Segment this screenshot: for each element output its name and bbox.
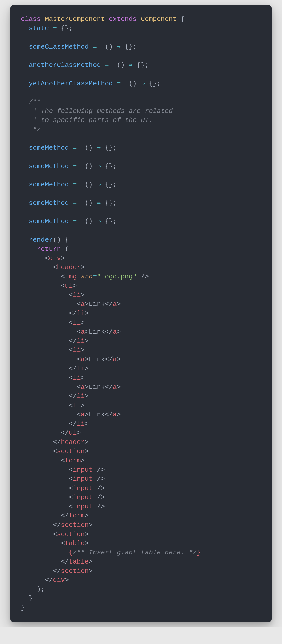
jsx-tag-section: section — [61, 521, 89, 529]
jsx-tag-ul: ul — [69, 429, 77, 437]
jsx-bracket: </ — [69, 392, 77, 400]
jsx-tag-section: section — [57, 448, 85, 455]
method-name: someMethod — [29, 144, 69, 152]
method-name: someMethod — [29, 163, 69, 170]
body: {}; — [101, 199, 117, 207]
jsx-bracket: </ — [45, 576, 53, 584]
paren: () — [81, 199, 97, 207]
jsx-tag-a: a — [81, 356, 85, 363]
jsx-tag-a: a — [113, 328, 117, 336]
jsx-tag-section: section — [57, 531, 85, 538]
jsx-bracket: < — [53, 264, 57, 271]
paren: () — [81, 163, 97, 170]
arrow: ⇒ — [117, 43, 121, 51]
paren: () — [81, 144, 97, 152]
jsx-bracket: /> — [97, 485, 105, 492]
jsx-bracket: </ — [69, 337, 77, 345]
jsx-brace: } — [197, 549, 201, 556]
jsx-tag-input: input — [73, 503, 93, 510]
method-name: someMethod — [29, 218, 69, 225]
jsx-bracket: </ — [105, 356, 113, 363]
jsx-bracket: < — [61, 282, 65, 290]
comment: * to specific parts of the UI. — [29, 116, 153, 124]
jsx-bracket: < — [53, 448, 57, 455]
jsx-tag-img: img — [65, 273, 77, 280]
jsx-text: Link — [89, 300, 105, 308]
eq: = — [89, 43, 101, 51]
attr-val: "logo.png" — [97, 273, 137, 280]
jsx-text: Link — [89, 411, 105, 418]
jsx-bracket: </ — [105, 328, 113, 336]
jsx-tag-li: li — [73, 374, 81, 382]
body: {}; — [101, 144, 117, 152]
paren: ( — [61, 245, 69, 253]
paren-close: ); — [37, 586, 45, 593]
jsx-tag-a: a — [113, 383, 117, 391]
jsx-bracket: </ — [69, 420, 77, 428]
jsx-bracket: < — [61, 273, 65, 280]
body: {}; — [101, 181, 117, 188]
class-name: MasterComponent — [45, 15, 105, 23]
jsx-bracket: < — [69, 291, 73, 299]
paren: () — [81, 181, 97, 188]
jsx-bracket: < — [69, 475, 73, 483]
jsx-tag-form: form — [69, 512, 85, 519]
attr-eq: = — [93, 273, 97, 280]
jsx-tag-a: a — [81, 328, 85, 336]
jsx-bracket: < — [77, 328, 81, 336]
jsx-bracket: < — [69, 346, 73, 354]
jsx-tag-a: a — [81, 300, 85, 308]
jsx-bracket: < — [77, 411, 81, 418]
jsx-text: Link — [89, 328, 105, 336]
code-block: class MasterComponent extends Component … — [10, 5, 272, 622]
arrow: ⇒ — [97, 144, 101, 152]
jsx-bracket: </ — [105, 300, 113, 308]
jsx-tag-a: a — [113, 356, 117, 363]
paren: () — [113, 61, 129, 69]
jsx-bracket: > — [85, 411, 89, 418]
method-render: render — [29, 236, 53, 244]
jsx-tag-ul: ul — [65, 282, 73, 290]
brace: { — [177, 15, 185, 23]
jsx-bracket: </ — [105, 383, 113, 391]
jsx-bracket: > — [85, 310, 89, 317]
jsx-comment: /** Insert giant table here. */ — [73, 549, 197, 556]
arrow: ⇒ — [97, 218, 101, 225]
jsx-brace: { — [69, 549, 73, 556]
body: {}; — [133, 61, 149, 69]
jsx-bracket: > — [73, 282, 77, 290]
jsx-bracket: > — [65, 576, 69, 584]
eq: = — [113, 80, 125, 87]
jsx-bracket: > — [117, 300, 121, 308]
empty-obj: {}; — [61, 25, 73, 32]
jsx-bracket: < — [69, 503, 73, 510]
brace-close: } — [21, 604, 25, 612]
jsx-bracket: < — [69, 374, 73, 382]
jsx-tag-section: section — [61, 567, 89, 575]
eq: = — [69, 163, 81, 170]
jsx-tag-li: li — [77, 420, 85, 428]
jsx-bracket: </ — [69, 310, 77, 317]
jsx-bracket: > — [81, 402, 85, 409]
jsx-tag-li: li — [77, 365, 85, 372]
jsx-bracket: > — [89, 521, 93, 529]
jsx-bracket: > — [117, 383, 121, 391]
body: {}; — [101, 218, 117, 225]
kw-extends: extends — [109, 15, 137, 23]
jsx-tag-div: div — [53, 576, 65, 584]
jsx-tag-table: table — [65, 540, 85, 547]
jsx-bracket: > — [85, 392, 89, 400]
eq: = — [101, 61, 113, 69]
jsx-tag-li: li — [73, 402, 81, 409]
jsx-bracket: </ — [61, 512, 69, 519]
jsx-bracket: > — [85, 448, 89, 455]
eq: = — [69, 199, 81, 207]
paren: () — [81, 218, 97, 225]
jsx-bracket: > — [85, 540, 89, 547]
jsx-bracket: </ — [61, 429, 69, 437]
eq: = — [69, 218, 81, 225]
jsx-bracket: /> — [141, 273, 149, 280]
jsx-bracket: </ — [53, 567, 61, 575]
jsx-bracket: > — [117, 411, 121, 418]
jsx-bracket: > — [81, 319, 85, 327]
